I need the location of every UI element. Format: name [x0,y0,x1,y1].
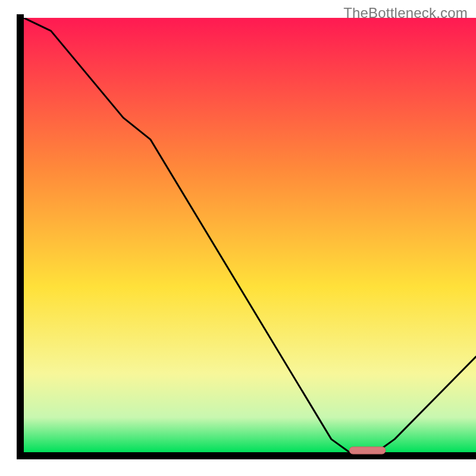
bottleneck-chart [0,0,476,476]
optimal-marker [349,447,386,454]
plot-background-gradient [24,18,476,452]
chart-container: TheBottleneck.com [0,0,476,476]
watermark-label: TheBottleneck.com [343,5,468,21]
